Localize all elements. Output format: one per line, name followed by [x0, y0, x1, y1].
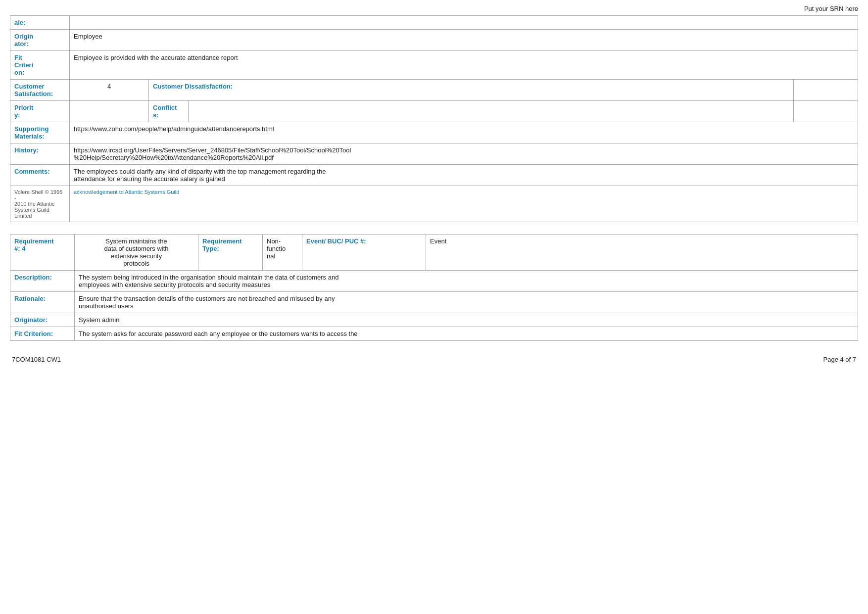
table-row: FitCriterion: Employee is provided with … — [10, 51, 858, 80]
table-row: Fit Criterion: The system asks for accur… — [10, 327, 858, 341]
page-footer: 7COM1081 CW1 Page 4 of 7 — [10, 356, 858, 363]
supporting-materials-value: https://www.zoho.com/people/help/admingu… — [70, 122, 858, 143]
main-table: ale: Originator: Employee FitCriterion: … — [10, 15, 858, 222]
empty-cell — [794, 101, 858, 122]
customer-dissatisfaction-label: Customer Dissatisfaction: — [149, 80, 794, 101]
customer-satisfaction-label: CustomerSatisfaction: — [10, 80, 70, 101]
table-row: Originator: System admin — [10, 313, 858, 327]
table-row: History: https://www.ircsd.org/UserFiles… — [10, 143, 858, 165]
customer-dissatisfaction-value — [794, 80, 858, 101]
table-row: Rationale: Ensure that the transaction d… — [10, 292, 858, 313]
footer-page: Page 4 of 7 — [823, 356, 857, 363]
event-value: Event — [426, 235, 858, 271]
originator-value: Employee — [70, 30, 858, 51]
customer-satisfaction-value: 4 — [70, 80, 149, 101]
srn-label: Put your SRN here — [10, 5, 858, 12]
rationale-value: Ensure that the transaction details of t… — [75, 292, 858, 313]
originator-label: Originator: — [10, 30, 70, 51]
originator-value-2: System admin — [75, 313, 858, 327]
table-row: ale: — [10, 16, 858, 30]
table-row: Description: The system being introduced… — [10, 271, 858, 292]
fit-criterion-label: FitCriterion: — [10, 51, 70, 80]
table-row: Requirement#: 4 System maintains thedata… — [10, 235, 858, 271]
event-label: Event/ BUC/ PUC #: — [302, 235, 426, 271]
table-row: CustomerSatisfaction: 4 Customer Dissati… — [10, 80, 858, 101]
footer-left: Volere Shell © 1995 -2010 the AtlanticSy… — [10, 186, 70, 222]
fit-criterion-value-2: The system asks for accurate password ea… — [75, 327, 858, 341]
priority-value — [70, 101, 149, 122]
comments-label: Comments: — [10, 165, 70, 186]
priority-label: Priority: — [10, 101, 70, 122]
second-table: Requirement#: 4 System maintains thedata… — [10, 234, 858, 341]
table-row: Volere Shell © 1995 -2010 the AtlanticSy… — [10, 186, 858, 222]
conflicts-label: Conflicts: — [149, 101, 189, 122]
fit-criterion-value: Employee is provided with the accurate a… — [70, 51, 858, 80]
req-type-label: RequirementType: — [198, 235, 263, 271]
originator-label-2: Originator: — [10, 313, 75, 327]
table-row: Comments: The employees could clarify an… — [10, 165, 858, 186]
rationale-label: Rationale: — [10, 292, 75, 313]
conflicts-value — [189, 101, 794, 122]
supporting-materials-label: SupportingMaterials: — [10, 122, 70, 143]
table-row: Originator: Employee — [10, 30, 858, 51]
req-num-label: Requirement#: 4 — [10, 235, 75, 271]
ale-label: ale: — [10, 16, 70, 30]
ale-value — [70, 16, 858, 30]
req-desc: System maintains thedata of customers wi… — [75, 235, 198, 271]
comments-value: The employees could clarify any kind of … — [70, 165, 858, 186]
description-label: Description: — [10, 271, 75, 292]
table-row: Priority: Conflicts: — [10, 101, 858, 122]
footer-course: 7COM1081 CW1 — [12, 356, 61, 363]
history-label: History: — [10, 143, 70, 165]
req-type-value: Non-functional — [263, 235, 302, 271]
fit-criterion-label-2: Fit Criterion: — [10, 327, 75, 341]
description-value: The system being introduced in the organ… — [75, 271, 858, 292]
footer-right: acknowledgement to Atlantic Systems Guil… — [70, 186, 858, 222]
table-row: SupportingMaterials: https://www.zoho.co… — [10, 122, 858, 143]
history-value: https://www.ircsd.org/UserFiles/Servers/… — [70, 143, 858, 165]
